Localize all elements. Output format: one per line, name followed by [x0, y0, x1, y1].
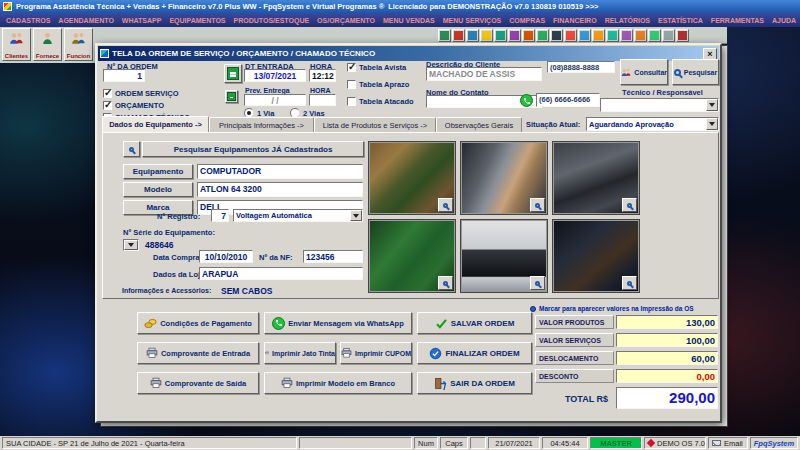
entry-hour-field[interactable]: 12:12 [309, 69, 336, 82]
toolbar-mini-icon[interactable] [508, 29, 521, 42]
equipment-photo-1[interactable] [368, 141, 456, 215]
search-registered-equipment-button[interactable]: Pesquisar Equipamentos JÁ Cadastrados [142, 141, 364, 157]
equipment-photo-4[interactable] [368, 219, 456, 293]
toolbar-mini-icon[interactable] [452, 29, 465, 42]
client-phone1-field[interactable]: (08)8888-8888 [547, 61, 615, 73]
whatsapp-icon[interactable] [520, 94, 533, 107]
tab-principais-informacoes[interactable]: Principais Informações -> [209, 117, 314, 132]
menu-equipamentos[interactable]: EQUIPAMENTOS [165, 17, 229, 24]
menu-agendamento[interactable]: AGENDAMENTO [54, 17, 117, 24]
chevron-down-icon[interactable] [124, 240, 138, 250]
save-order-button[interactable]: SALVAR ORDEM [417, 312, 532, 334]
toolbar-mini-icon[interactable] [606, 29, 619, 42]
menu-cadastros[interactable]: CADASTROS [2, 17, 54, 24]
tab-lista-produtos-servicos[interactable]: Lista de Produtos e Serviços -> [314, 117, 436, 132]
zoom-photo-icon[interactable] [438, 198, 453, 212]
serial-combo[interactable] [123, 239, 139, 251]
equipamento-button[interactable]: Equipamento [123, 164, 193, 179]
zoom-photo-icon[interactable] [530, 198, 545, 212]
menu-compras[interactable]: COMPRAS [505, 17, 549, 24]
due-date-field[interactable]: / / [244, 94, 306, 106]
client-description-field[interactable]: MACHADO DE ASSIS [426, 67, 542, 81]
toolbar-mini-icon[interactable] [676, 29, 689, 42]
chevron-down-icon[interactable] [706, 118, 718, 130]
desconto-field[interactable]: 0,00 [616, 369, 718, 383]
calendar-small-icon[interactable] [225, 90, 238, 103]
menu-estatistica[interactable]: ESTATÍSTICA [654, 17, 707, 24]
invoice-number-field[interactable]: 123456 [303, 250, 363, 263]
calendar-icon[interactable] [224, 64, 242, 83]
client-phone2-field[interactable]: (66) 6666-6666 [536, 93, 600, 107]
entry-receipt-button[interactable]: Comprovante de Entrada [137, 342, 259, 364]
toolbar-mini-icon[interactable] [564, 29, 577, 42]
toolbar-mini-icon[interactable] [494, 29, 507, 42]
order-number-field[interactable]: 1 [103, 69, 145, 82]
entry-date-field[interactable]: 13/07/2021 [244, 69, 306, 82]
print-blank-template-button[interactable]: Imprimir Modelo em Branco [264, 372, 412, 394]
fornecedores-button[interactable]: Fornece [33, 28, 62, 61]
modelo-button[interactable]: Modelo [123, 182, 193, 197]
chevron-down-icon[interactable] [350, 210, 362, 221]
equipment-photo-5[interactable] [460, 219, 548, 293]
store-field[interactable]: ARAPUA [199, 267, 363, 280]
search-equipment-icon-button[interactable] [123, 141, 140, 157]
toolbar-mini-icon[interactable] [578, 29, 591, 42]
menu-ajuda[interactable]: AJUDA [768, 17, 800, 24]
equipamento-field[interactable]: COMPUTADOR [197, 164, 363, 179]
voltage-select[interactable]: Voltagem Automática [233, 209, 363, 222]
tab-observacoes-gerais[interactable]: Observações Gerais [436, 117, 522, 132]
toolbar-mini-icon[interactable] [522, 29, 535, 42]
menu-servicos[interactable]: MENU SERVIÇOS [439, 17, 506, 24]
checkbox-orcamento[interactable]: ORÇAMENTO [103, 101, 164, 110]
checkbox-ordem-servico[interactable]: ORDEM SERVIÇO [103, 89, 179, 98]
zoom-photo-icon[interactable] [622, 198, 637, 212]
equipment-photo-3[interactable] [552, 141, 640, 215]
valor-servicos-field[interactable]: 100,00 [616, 333, 718, 347]
tab-dados-equipamento[interactable]: Dados do Equipamento -> [102, 116, 209, 132]
checkbox-tabela-avista[interactable]: Tabela Avista [347, 63, 406, 72]
show-values-on-print-option[interactable]: Marcar para aparecer valores na Impressã… [530, 305, 694, 312]
equipment-photo-2[interactable] [460, 141, 548, 215]
toolbar-mini-icon[interactable] [592, 29, 605, 42]
toolbar-mini-icon[interactable] [634, 29, 647, 42]
toolbar-mini-icon[interactable] [438, 29, 451, 42]
close-icon[interactable] [703, 48, 717, 60]
toolbar-mini-icon[interactable] [480, 29, 493, 42]
checkbox-tabela-aprazo[interactable]: Tabela Aprazo [347, 80, 409, 89]
registry-number-field[interactable]: 7 [211, 209, 229, 222]
technician-select[interactable] [600, 98, 719, 112]
print-inkjet-button[interactable]: Imprimir Jato Tinta [264, 342, 336, 364]
zoom-photo-icon[interactable] [438, 276, 453, 290]
status-email[interactable]: Email [708, 437, 748, 449]
exit-order-button[interactable]: SAIR DA ORDEM [417, 372, 532, 394]
chevron-down-icon[interactable] [706, 99, 718, 111]
toolbar-mini-icon[interactable] [536, 29, 549, 42]
funcionarios-button[interactable]: Funcion [64, 28, 93, 61]
equipment-photo-6[interactable] [552, 219, 640, 293]
exit-receipt-button[interactable]: Comprovante de Saída [137, 372, 259, 394]
payment-conditions-button[interactable]: Condições de Pagamento [137, 312, 259, 334]
zoom-photo-icon[interactable] [530, 276, 545, 290]
toolbar-mini-icon[interactable] [620, 29, 633, 42]
print-cupom-button[interactable]: Imprimir CUPOM [340, 342, 412, 364]
deslocamento-field[interactable]: 60,00 [616, 351, 718, 365]
purchase-date-field[interactable]: 10/10/2010 [199, 250, 253, 263]
menu-vendas[interactable]: MENU VENDAS [379, 17, 439, 24]
pesquisar-button[interactable]: Pesquisar [672, 59, 719, 85]
clientes-button[interactable]: Clientes [2, 28, 31, 61]
checkbox-tabela-atacado[interactable]: Tabela Atacado [347, 97, 414, 106]
send-whatsapp-button[interactable]: Enviar Mensagem via WhatsApp [264, 312, 412, 334]
menu-relatorios[interactable]: RELATÓRIOS [601, 17, 654, 24]
menu-whatsapp[interactable]: WHATSAPP [118, 17, 166, 24]
toolbar-mini-icon[interactable] [466, 29, 479, 42]
current-status-select[interactable]: Aguardando Aprovação [586, 117, 719, 131]
finalize-order-button[interactable]: FINALIZAR ORDEM [417, 342, 532, 364]
menu-financeiro[interactable]: FINANCEIRO [549, 17, 601, 24]
menu-os-orcamento[interactable]: OS/ORÇAMENTO [313, 17, 379, 24]
consultar-button[interactable]: Consultar [620, 59, 668, 85]
menu-produtos-estoque[interactable]: PRODUTOS/ESTOQUE [230, 17, 314, 24]
due-hour-field[interactable] [309, 94, 336, 106]
menu-ferramentas[interactable]: FERRAMENTAS [707, 17, 768, 24]
toolbar-mini-icon[interactable] [550, 29, 563, 42]
zoom-photo-icon[interactable] [622, 276, 637, 290]
